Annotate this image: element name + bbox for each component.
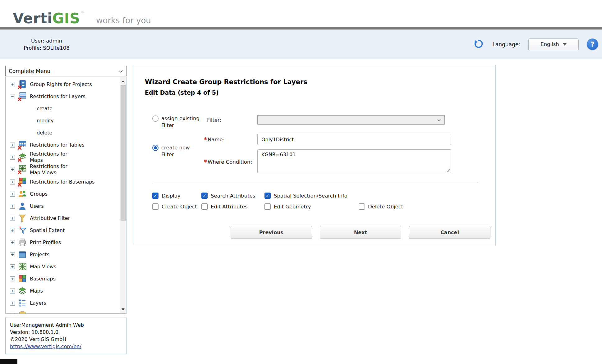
session-bar: User: admin Profile: SQLite108 Language:…	[0, 30, 602, 59]
expand-toggle-icon[interactable]: +	[10, 301, 15, 306]
expand-toggle-icon[interactable]: +	[10, 289, 15, 293]
assign-existing-filter-option[interactable]: assign existing Filter	[152, 115, 204, 129]
permission-edit-attributes[interactable]: Edit Attributes	[201, 203, 264, 210]
tree-subitem[interactable]: delete	[6, 127, 117, 139]
expand-toggle-icon[interactable]: +	[10, 252, 15, 257]
refresh-button[interactable]	[473, 39, 484, 50]
where-condition-textarea[interactable]: KGNR=63101	[257, 149, 451, 173]
tree-item[interactable]: +Basemaps	[6, 273, 117, 285]
tree-subitem[interactable]: modify	[6, 115, 117, 127]
filter-name-input[interactable]	[257, 134, 451, 145]
name-label: Name:	[208, 137, 224, 143]
permission-label: Edit Attributes	[211, 204, 248, 210]
cancel-button[interactable]: Cancel	[409, 226, 490, 239]
expand-toggle-icon[interactable]: +	[10, 192, 15, 197]
maps-icon	[18, 286, 27, 296]
expand-toggle-icon[interactable]: +	[10, 204, 15, 209]
checkbox-unchecked-icon[interactable]	[264, 203, 271, 210]
scroll-down-button[interactable]	[120, 306, 126, 313]
tree-item[interactable]: +Map Views	[6, 261, 117, 273]
tree-item[interactable]: +Restrictions for Maps	[6, 151, 117, 163]
filter-label: Filter:	[204, 117, 221, 123]
checkbox-checked-icon[interactable]: ✓	[264, 193, 271, 199]
create-new-filter-option[interactable]: create new Filter	[152, 134, 204, 179]
permission-delete-object[interactable]: Delete Object	[359, 203, 403, 210]
menu-mode-select[interactable]: Complete Menu	[5, 66, 126, 76]
tree-subitem-label: delete	[37, 130, 52, 136]
tree-item[interactable]: +Restrictions for Tables	[6, 139, 117, 151]
tree-item[interactable]: +	[6, 309, 117, 314]
tree-item-label: Attributive Filter	[30, 215, 70, 221]
tree-item-label: Restrictions for Map Views	[30, 163, 67, 176]
tree-item[interactable]: +Groups	[6, 188, 117, 200]
tree-item[interactable]: +Layers	[6, 297, 117, 309]
permission-edit-geometry[interactable]: Edit Geometry	[264, 203, 359, 210]
tree-item[interactable]: +Restrictions for Map Views	[6, 163, 117, 176]
tree-item[interactable]: +Restrictions for Basemaps	[6, 176, 117, 188]
tree-item[interactable]: +Print Profiles	[6, 236, 117, 248]
assign-existing-radio[interactable]	[152, 116, 159, 122]
collapse-toggle-icon[interactable]: −	[10, 94, 15, 99]
permission-spatial-selection-search-info[interactable]: ✓Spatial Selection/Search Info	[264, 193, 359, 199]
checkbox-unchecked-icon[interactable]	[201, 203, 208, 210]
permissions: ✓Display✓Search Attributes✓Spatial Selec…	[152, 193, 479, 210]
tree-item[interactable]: +Projects	[6, 248, 117, 261]
triangle-down-icon	[122, 308, 125, 311]
expand-toggle-icon[interactable]: +	[10, 313, 15, 314]
expand-toggle-icon[interactable]: +	[10, 240, 15, 245]
create-new-radio[interactable]	[152, 145, 159, 151]
restrict-basemaps-icon	[18, 177, 27, 187]
wizard-step-subtitle: Edit Data (step 4 of 5)	[145, 89, 495, 96]
expand-toggle-icon[interactable]: +	[10, 228, 15, 233]
expand-toggle-icon[interactable]: +	[10, 143, 15, 148]
permission-label: Delete Object	[368, 204, 403, 210]
expand-toggle-icon[interactable]: +	[10, 155, 15, 160]
basemaps-icon	[18, 274, 27, 284]
tree-scrollbar[interactable]	[120, 77, 126, 313]
tree-item[interactable]: −Restrictions for Layers	[6, 90, 117, 102]
tree-item-label: Map Views	[30, 264, 56, 270]
expand-toggle-icon[interactable]: +	[10, 264, 15, 269]
checkbox-unchecked-icon[interactable]	[359, 203, 365, 210]
permission-search-attributes[interactable]: ✓Search Attributes	[201, 193, 264, 199]
tree-item-label: Restrictions for Tables	[30, 142, 85, 148]
vertigis-link[interactable]: https://www.vertigis.com/en/	[10, 344, 81, 349]
tree-item[interactable]: +Group Rights for Projects	[6, 78, 117, 90]
expand-toggle-icon[interactable]: +	[10, 276, 15, 281]
trademark-symbol: ™	[81, 11, 85, 16]
tree-item[interactable]: +Attributive Filter	[6, 212, 117, 224]
tree-item-label: Restrictions for Maps	[30, 151, 67, 163]
previous-button[interactable]: Previous	[231, 226, 312, 239]
expand-toggle-icon[interactable]: +	[10, 82, 15, 87]
required-marker: *	[204, 158, 207, 165]
existing-filter-dropdown[interactable]	[257, 115, 445, 125]
attr-filter-icon	[18, 214, 27, 223]
help-button[interactable]: ?	[587, 39, 598, 50]
session-info: User: admin Profile: SQLite108	[12, 37, 81, 52]
tree-item[interactable]: +Users	[6, 200, 117, 212]
expand-toggle-icon[interactable]: +	[10, 180, 15, 184]
permission-create-object[interactable]: Create Object	[152, 203, 201, 210]
scrollbar-thumb[interactable]	[121, 85, 126, 221]
map-views-icon	[18, 262, 27, 271]
checkbox-checked-icon[interactable]: ✓	[152, 193, 159, 199]
assign-existing-label: assign existing Filter	[161, 115, 201, 129]
layers-icon	[18, 298, 27, 308]
tree-subitem[interactable]: create	[6, 102, 117, 115]
tree-item-label: Print Profiles	[30, 239, 61, 246]
restrict-tables-icon	[18, 140, 27, 150]
next-button[interactable]: Next	[320, 226, 401, 239]
print-profiles-icon	[18, 238, 27, 247]
scroll-up-button[interactable]	[120, 78, 126, 84]
expand-toggle-icon[interactable]: +	[10, 216, 15, 221]
tree-item[interactable]: +Maps	[6, 285, 117, 297]
chevron-down-icon	[563, 43, 567, 46]
permission-display[interactable]: ✓Display	[152, 193, 201, 199]
refresh-icon	[473, 39, 484, 50]
expand-toggle-icon[interactable]: +	[10, 167, 15, 172]
checkbox-checked-icon[interactable]: ✓	[201, 193, 208, 199]
tree-item[interactable]: +Spatial Extent	[6, 224, 117, 236]
language-select[interactable]: English	[528, 39, 579, 50]
checkbox-unchecked-icon[interactable]	[152, 203, 159, 210]
permission-label: Display	[162, 193, 181, 199]
